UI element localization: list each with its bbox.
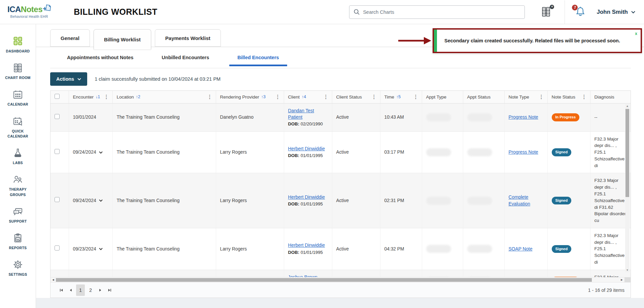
- column-header[interactable]: Location ↑2 ⋮: [112, 91, 216, 103]
- note-type-link[interactable]: Complete Evaluation: [509, 195, 530, 206]
- column-menu-icon[interactable]: ⋮: [413, 94, 419, 100]
- items-range-label: 1 - 16 of 29 items: [588, 287, 624, 293]
- column-menu-icon[interactable]: ⋮: [581, 94, 587, 100]
- column-menu-icon[interactable]: ⋮: [323, 94, 329, 100]
- redacted-appt-type: [426, 148, 451, 156]
- note-type-link[interactable]: Progress Note: [509, 115, 538, 120]
- scroll-up-arrow[interactable]: ▲: [626, 104, 629, 108]
- previous-page-button[interactable]: [66, 285, 75, 295]
- column-menu-icon[interactable]: ⋮: [275, 94, 281, 100]
- column-header[interactable]: Note Status ⋮: [547, 91, 590, 103]
- appt-status-cell: [463, 131, 504, 173]
- expand-chevron-icon[interactable]: [99, 248, 103, 250]
- page-number-button[interactable]: 1: [76, 284, 85, 296]
- icanotes-logo[interactable]: ICANotes+ Behavioral Health EHR: [7, 5, 51, 18]
- sidebar-item-therapy-groups[interactable]: THERAPY GROUPS: [1, 175, 34, 197]
- encounter-date: 10/01/2024: [73, 114, 96, 120]
- column-header[interactable]: Client Status ⋮: [332, 91, 380, 103]
- client-link[interactable]: Joshua Brown: [288, 275, 317, 277]
- support-chat-icon: [13, 206, 23, 217]
- chart-cabinet-icon[interactable]: +: [541, 6, 552, 18]
- first-page-button[interactable]: [57, 285, 66, 295]
- redacted-appt-status: [467, 113, 492, 121]
- sidebar-label: QUICK CALENDAR: [1, 129, 34, 139]
- logo-notes-text: Notes: [21, 5, 42, 13]
- user-menu[interactable]: John Smith: [597, 9, 635, 15]
- client-link[interactable]: Dandan Test Patient: [288, 108, 314, 120]
- sidebar-item-quick-calendar[interactable]: QUICK CALENDAR: [1, 116, 34, 139]
- search-input[interactable]: [363, 9, 520, 15]
- notifications-bell-icon[interactable]: 7: [575, 6, 586, 18]
- note-status-badge: Signed: [552, 197, 572, 204]
- column-header[interactable]: Appt Type: [422, 91, 463, 103]
- column-header[interactable]: Diagnosis: [590, 91, 631, 103]
- column-header[interactable]: Rendering Provider ↑3 ⋮: [216, 91, 284, 103]
- column-menu-icon[interactable]: ⋮: [103, 94, 110, 100]
- sidebar-item-support[interactable]: SUPPORT: [1, 206, 34, 224]
- sidebar-item-labs[interactable]: LABS: [1, 148, 34, 165]
- vertical-scrollbar[interactable]: ▲ ▼: [625, 104, 630, 272]
- next-page-button[interactable]: [96, 285, 105, 295]
- provider-cell: Larry Rogers: [216, 228, 284, 270]
- client-link[interactable]: Herbert Dinwiddie: [288, 243, 325, 248]
- client-link[interactable]: Herbert Dinwiddie: [288, 195, 325, 200]
- diagnosis-text: F32.5 Major depr dis: [595, 275, 618, 277]
- row-checkbox[interactable]: [55, 149, 60, 154]
- toast-close-button[interactable]: x: [635, 31, 637, 36]
- horizontal-scroll-thumb[interactable]: [56, 278, 592, 282]
- column-menu-icon[interactable]: ⋮: [207, 94, 213, 100]
- last-page-button[interactable]: [105, 285, 114, 295]
- tab[interactable]: General: [50, 29, 90, 47]
- sidebar-item-chart-room[interactable]: CHART ROOM: [1, 63, 34, 80]
- tab[interactable]: Billing Worklist: [94, 29, 151, 49]
- dob-label: DOB:: [288, 250, 300, 255]
- logo-ica-text: ICA: [7, 5, 21, 13]
- subtab-label: Appointments without Notes: [67, 55, 133, 60]
- row-checkbox[interactable]: [55, 114, 60, 119]
- vertical-scroll-thumb[interactable]: [625, 109, 629, 197]
- scroll-right-arrow[interactable]: ►: [619, 278, 624, 281]
- scroll-down-arrow[interactable]: ▼: [626, 268, 629, 272]
- scroll-left-arrow[interactable]: ◄: [50, 278, 56, 281]
- column-header[interactable]: Appt Status: [463, 91, 504, 103]
- column-header[interactable]: Encounter ↓1 ⋮: [69, 91, 112, 103]
- redacted-appt-type: [426, 245, 451, 253]
- column-menu-icon[interactable]: ⋮: [371, 94, 377, 100]
- encounter-cell: 09/24/2024: [69, 173, 112, 228]
- row-checkbox[interactable]: [55, 245, 60, 251]
- page-number-button[interactable]: 2: [86, 284, 95, 296]
- sort-indicator: ↓1: [96, 94, 100, 99]
- column-header[interactable]: Time ↑5 ⋮: [380, 91, 422, 103]
- logo-tagline: Behavioral Health EHR: [10, 15, 48, 18]
- actions-button[interactable]: Actions: [50, 72, 87, 86]
- subtab[interactable]: Billed Encounters: [229, 47, 287, 68]
- expand-chevron-icon[interactable]: [99, 199, 103, 202]
- subtab[interactable]: Appointments without Notes: [59, 47, 141, 68]
- client-link[interactable]: Herbert Dinwiddie: [288, 146, 325, 151]
- expand-chevron-icon[interactable]: [99, 151, 103, 154]
- diagnosis-text: --: [595, 115, 598, 120]
- subtab[interactable]: Unbilled Encounters: [154, 47, 217, 68]
- table-row: 09/18/2024 The Training Team Counseling …: [50, 270, 631, 277]
- tab[interactable]: Payments Worklist: [155, 29, 221, 47]
- note-type-link[interactable]: Progress Note: [509, 150, 538, 155]
- labs-flask-icon: [13, 148, 23, 158]
- calendar-icon: [13, 89, 23, 100]
- note-type-link[interactable]: SOAP Note: [509, 246, 533, 252]
- location-cell: The Training Team Counseling: [112, 173, 216, 228]
- column-header[interactable]: Note Type ⋮: [504, 91, 547, 103]
- toast-message: Secondary claim created successfully. Re…: [437, 30, 641, 52]
- select-all-checkbox[interactable]: [55, 94, 60, 99]
- horizontal-scrollbar[interactable]: ◄ ►: [50, 277, 631, 282]
- sidebar-item-reports[interactable]: REPORTS: [1, 233, 34, 251]
- column-header-label: Encounter: [73, 94, 94, 100]
- column-menu-icon[interactable]: ⋮: [538, 94, 545, 100]
- sidebar-item-settings[interactable]: SETTINGS: [1, 260, 34, 277]
- column-header[interactable]: Client ↑4 ⋮: [284, 91, 332, 103]
- redacted-appt-status: [467, 245, 492, 253]
- row-checkbox[interactable]: [55, 197, 60, 202]
- tab-label: Billing Worklist: [104, 37, 141, 42]
- sidebar-item-dashboard[interactable]: DASHBOARD: [1, 36, 34, 54]
- sidebar-item-calendar[interactable]: CALENDAR: [1, 89, 34, 107]
- location-cell: The Training Team Counseling: [112, 270, 216, 277]
